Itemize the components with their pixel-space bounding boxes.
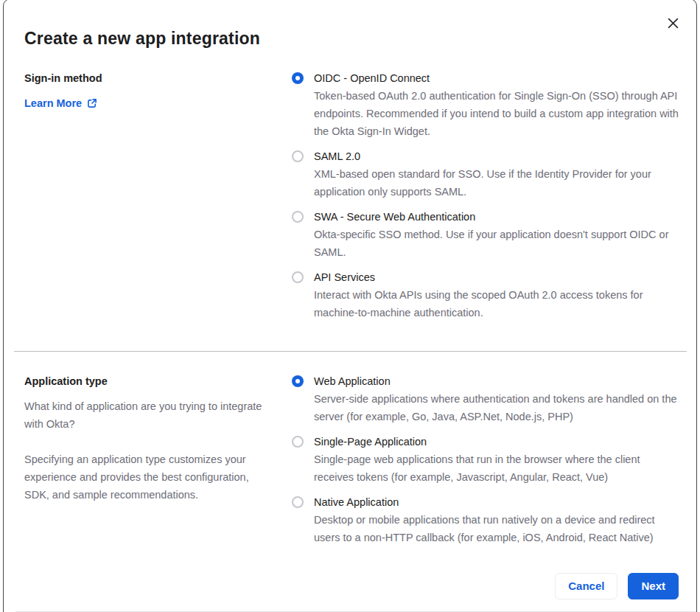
option-label[interactable]: SAML 2.0 — [314, 147, 679, 165]
radio-icon[interactable] — [292, 436, 304, 448]
application-type-heading: Application type — [24, 372, 271, 390]
apptype-left-column: Application type What kind of applicatio… — [24, 372, 271, 546]
apptype-description-2: Specifying an application type customize… — [24, 451, 271, 504]
radio-option[interactable]: Web Application Server-side applications… — [292, 372, 679, 425]
radio-icon[interactable] — [292, 271, 304, 283]
option-label[interactable]: API Services — [314, 268, 679, 286]
signin-method-section: Sign-in method Learn More OIDC - OpenID … — [24, 69, 679, 321]
learn-more-link[interactable]: Learn More — [24, 94, 97, 112]
radio-icon[interactable] — [292, 496, 304, 508]
option-description: Okta-specific SSO method. Use if your ap… — [314, 226, 679, 261]
radio-option[interactable]: OIDC - OpenID Connect Token-based OAuth … — [292, 69, 679, 140]
learn-more-label: Learn More — [24, 94, 82, 112]
apptype-options-list: Web Application Server-side applications… — [292, 372, 679, 546]
signin-method-heading: Sign-in method — [24, 69, 271, 87]
radio-option[interactable]: API Services Interact with Okta APIs usi… — [292, 268, 679, 321]
radio-option[interactable]: SAML 2.0 XML-based open standard for SSO… — [292, 147, 679, 201]
radio-option[interactable]: Single-Page Application Single-page web … — [292, 433, 679, 486]
dialog-footer: Cancel Next — [24, 573, 679, 599]
signin-options-list: OIDC - OpenID Connect Token-based OAuth … — [292, 69, 679, 321]
option-description: Server-side applications where authentic… — [314, 390, 679, 425]
next-button[interactable]: Next — [628, 573, 679, 599]
option-label[interactable]: SWA - Secure Web Authentication — [314, 208, 679, 226]
radio-icon[interactable] — [292, 375, 304, 387]
radio-icon[interactable] — [292, 211, 304, 223]
radio-option[interactable]: SWA - Secure Web Authentication Okta-spe… — [292, 208, 679, 261]
dialog-title: Create a new app integration — [24, 29, 679, 49]
external-link-icon — [87, 98, 97, 108]
radio-icon[interactable] — [292, 150, 304, 162]
radio-option-text: Single-Page Application Single-page web … — [314, 433, 679, 486]
option-description: Interact with Okta APIs using the scoped… — [314, 286, 679, 321]
radio-option-text: Native Application Desktop or mobile app… — [314, 493, 679, 546]
radio-option-text: OIDC - OpenID Connect Token-based OAuth … — [314, 69, 679, 140]
radio-icon[interactable] — [292, 72, 304, 84]
radio-option-text: Web Application Server-side applications… — [314, 372, 679, 425]
option-description: Desktop or mobile applications that run … — [314, 511, 679, 546]
signin-left-column: Sign-in method Learn More — [24, 69, 271, 321]
option-label[interactable]: Web Application — [314, 372, 679, 390]
apptype-description-1: What kind of application are you trying … — [24, 397, 271, 433]
radio-option-text: SAML 2.0 XML-based open standard for SSO… — [314, 147, 679, 201]
create-app-integration-dialog: Create a new app integration Sign-in met… — [3, 0, 697, 612]
radio-option-text: API Services Interact with Okta APIs usi… — [314, 268, 679, 321]
section-divider — [14, 351, 687, 352]
radio-option-text: SWA - Secure Web Authentication Okta-spe… — [314, 208, 679, 261]
option-label[interactable]: OIDC - OpenID Connect — [314, 69, 679, 87]
option-description: XML-based open standard for SSO. Use if … — [314, 165, 679, 201]
cancel-button[interactable]: Cancel — [555, 573, 617, 599]
option-label[interactable]: Single-Page Application — [314, 433, 679, 451]
radio-option[interactable]: Native Application Desktop or mobile app… — [292, 493, 679, 546]
application-type-section: Application type What kind of applicatio… — [24, 372, 679, 546]
option-description: Single-page web applications that run in… — [314, 451, 679, 486]
option-label[interactable]: Native Application — [314, 493, 679, 511]
option-description: Token-based OAuth 2.0 authentication for… — [314, 87, 679, 140]
